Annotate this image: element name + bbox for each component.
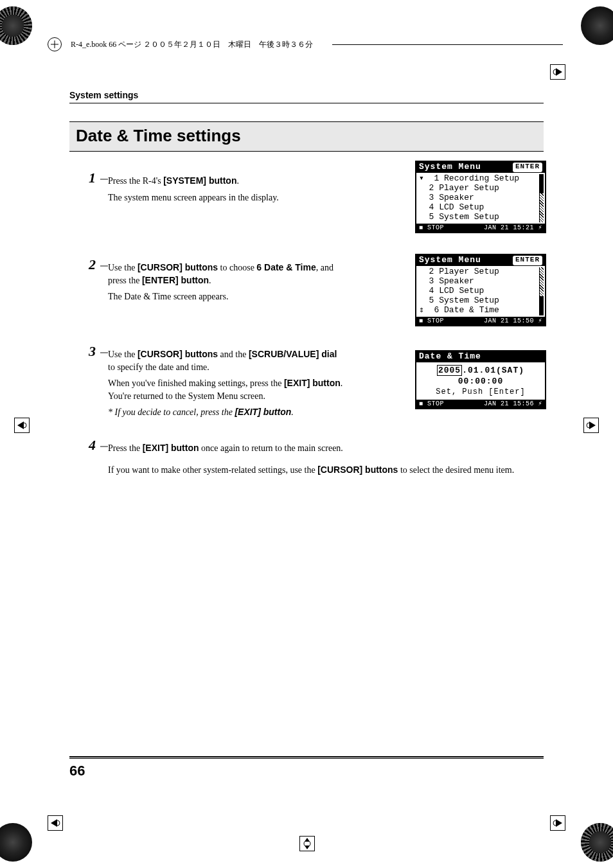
- lcd-title-bar: System Menu ENTER: [416, 162, 545, 173]
- cursor-buttons-label: [CURSOR] buttons: [317, 465, 398, 475]
- title-bar: Date & Time settings: [69, 121, 544, 152]
- lcd-menu-row: 4 LCD Setup: [419, 203, 544, 213]
- crop-mark-icon: [48, 815, 63, 831]
- lcd-body: 2 Player Setup 3 Speaker 4 LCD Setup 5 S…: [416, 266, 545, 317]
- runhead-target-icon: [48, 37, 62, 51]
- lcd-status-right: JAN 21 15:21 ⚡: [484, 224, 542, 232]
- lcd-menu-row: 2 Player Setup: [419, 267, 544, 277]
- lcd-title-text: Date & Time: [419, 352, 481, 362]
- lcd-enter-badge: ENTER: [513, 163, 542, 172]
- step-number: 2: [89, 256, 96, 273]
- lcd-status-bar: ■ STOP JAN 21 15:21 ⚡: [416, 224, 545, 233]
- section-rule: [69, 103, 544, 103]
- lcd-menu-row: 5 System Setup: [419, 296, 544, 306]
- crop-mark-icon: [299, 836, 315, 851]
- enter-button-label: [ENTER] button: [142, 275, 209, 285]
- lcd-body: ▾ 1 Recording Setup 2 Player Setup 3 Spe…: [416, 173, 545, 224]
- cursor-buttons-label: [CURSOR] buttons: [138, 262, 218, 272]
- scrub-value-dial-label: [SCRUB/VALUE] dial: [249, 349, 337, 359]
- lcd-hint-text: Set, Push [Enter]: [418, 388, 544, 397]
- crop-mark-icon: [14, 418, 30, 433]
- lcd-title-bar: System Menu ENTER: [416, 255, 545, 266]
- runhead-rule: [332, 44, 563, 45]
- lcd-menu-row: 3 Speaker: [419, 277, 544, 287]
- crop-mark-icon: [550, 64, 565, 80]
- step-1-line-1: Press the R-4's [SYSTEM] button.: [108, 175, 346, 188]
- cursor-buttons-label: [CURSOR] buttons: [138, 349, 218, 359]
- lcd-menu-row: 5 System Setup: [419, 213, 544, 222]
- page-title: Date & Time settings: [76, 126, 537, 146]
- corner-ornament-icon: [0, 823, 32, 862]
- menu-item-6-label: 6 Date & Time: [256, 262, 315, 272]
- lcd-screen: System Menu ENTER ▾ 1 Recording Setup 2 …: [415, 161, 546, 233]
- svg-marker-9: [305, 838, 310, 842]
- corner-ornament-icon: [0, 6, 32, 45]
- lcd-status-bar: ■ STOP JAN 21 15:50 ⚡: [416, 317, 545, 326]
- step-3-line-2: When you've finished making settings, pr…: [108, 377, 346, 402]
- lcd-title-text: System Menu: [419, 163, 481, 172]
- crop-mark-icon: [550, 815, 565, 831]
- section-label: System settings: [69, 90, 544, 100]
- lcd-title-bar: Date & Time: [416, 351, 545, 362]
- page: R-4_e.book 66 ページ ２００５年２月１０日 木曜日 午後３時３６分…: [0, 0, 613, 868]
- running-header: R-4_e.book 66 ページ ２００５年２月１０日 木曜日 午後３時３６分: [48, 37, 565, 51]
- lcd-date-year: 2005: [437, 365, 462, 376]
- step-number: 3: [89, 343, 96, 360]
- step-4: 4 Press the [EXIT] button once again to …: [69, 442, 544, 476]
- lcd-screen: Date & Time 2005.01.01(SAT) 00:00:00 Set…: [415, 350, 546, 409]
- lcd-status-left: ■ STOP: [419, 400, 444, 408]
- system-button-label: [SYSTEM] button: [163, 175, 236, 186]
- step-2-line-2: The Date & Time screen appears.: [108, 290, 346, 303]
- lcd-menu-row: 3 Speaker: [419, 193, 544, 203]
- lcd-date-rest: .01.01(SAT): [462, 366, 524, 375]
- lcd-menu-row: 4 LCD Setup: [419, 287, 544, 296]
- runhead-text: R-4_e.book 66 ページ ２００５年２月１０日 木曜日 午後３時３６分: [67, 39, 317, 50]
- svg-marker-10: [305, 846, 310, 849]
- lcd-status-left: ■ STOP: [419, 317, 444, 325]
- crop-mark-icon: [583, 418, 599, 433]
- exit-button-label: [EXIT] button: [235, 407, 291, 417]
- lcd-scrollbar-icon: [539, 267, 544, 315]
- step-number: 1: [89, 170, 96, 186]
- exit-button-label: [EXIT] button: [284, 378, 341, 388]
- lcd-status-right: JAN 21 15:56 ⚡: [484, 400, 542, 408]
- lcd-status-bar: ■ STOP JAN 21 15:56 ⚡: [416, 400, 545, 409]
- lcd-time-value: 00:00:00: [418, 377, 544, 387]
- lcd-status-left: ■ STOP: [419, 224, 444, 232]
- step-number: 4: [89, 437, 96, 454]
- exit-button-label: [EXIT] button: [143, 443, 199, 453]
- lcd-scrollbar-icon: [539, 174, 544, 222]
- lcd-status-right: JAN 21 15:50 ⚡: [484, 317, 542, 325]
- lcd-body: 2005.01.01(SAT) 00:00:00 Set, Push [Ente…: [416, 362, 545, 400]
- step-3-line-1: Use the [CURSOR] buttons and the [SCRUB/…: [108, 348, 346, 373]
- step-2-line-1: Use the [CURSOR] buttons to choose 6 Dat…: [108, 261, 346, 287]
- step-1-line-2: The system menu screen appears in the di…: [108, 191, 346, 204]
- lcd-menu-row: 6 Date & Time: [424, 305, 499, 315]
- corner-ornament-icon: [581, 6, 613, 45]
- lcd-menu-row: 2 Player Setup: [419, 184, 544, 193]
- step-3-note: * If you decide to cancel, press the [EX…: [108, 406, 353, 419]
- page-number: 66: [69, 763, 85, 779]
- lcd-screen: System Menu ENTER 2 Player Setup 3 Speak…: [415, 254, 546, 326]
- lcd-menu-row: 1 Recording Setup: [424, 173, 519, 183]
- lcd-title-text: System Menu: [419, 256, 481, 265]
- footer-rule: [69, 756, 544, 759]
- lcd-enter-badge: ENTER: [513, 256, 542, 265]
- step-4-line-1: Press the [EXIT] button once again to re…: [108, 442, 544, 455]
- corner-ornament-icon: [581, 823, 613, 862]
- step-4-line-2: If you want to make other system-related…: [108, 464, 544, 477]
